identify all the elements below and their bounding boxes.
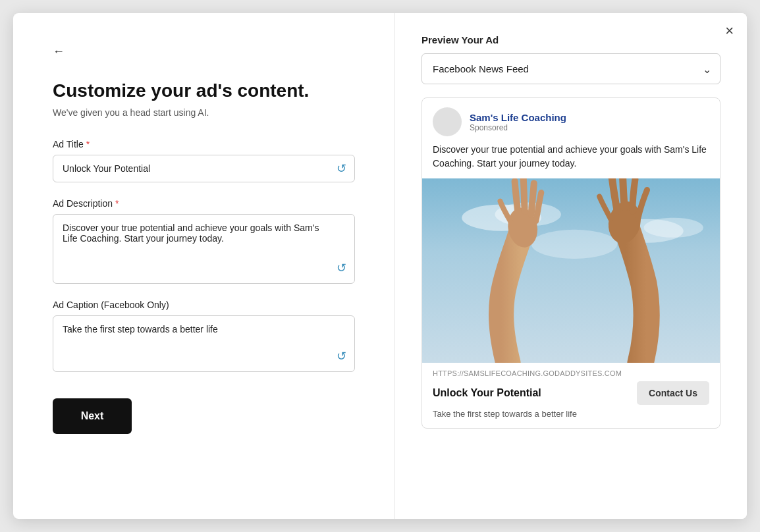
back-arrow-icon: ← (53, 45, 65, 59)
contact-us-button[interactable]: Contact Us (637, 381, 709, 405)
right-panel: × Preview Your Ad Facebook News FeedInst… (395, 13, 747, 519)
ad-title-label: Ad Title * (53, 139, 355, 149)
ad-brand-info: Sam's Life Coaching Sponsored (470, 112, 566, 132)
required-star-desc: * (115, 198, 119, 209)
ad-header: Sam's Life Coaching Sponsored (422, 98, 720, 143)
ad-title-input[interactable] (53, 155, 354, 182)
page-title: Customize your ad's content. (53, 80, 355, 102)
svg-point-4 (643, 218, 703, 238)
back-button[interactable]: ← (53, 45, 355, 59)
close-button[interactable]: × (725, 24, 734, 38)
svg-point-5 (531, 230, 618, 259)
ad-url: HTTPS://SAMSLIFECOACHING.GODADDYSITES.CO… (433, 369, 709, 377)
ad-description-input-wrapper: Discover your true potential and achieve… (53, 214, 355, 284)
ad-description-group: Ad Description * Discover your true pote… (53, 198, 355, 284)
page-subtitle: We've given you a head start using AI. (53, 107, 355, 118)
ad-title-input-wrapper: ↺ (53, 155, 355, 182)
refresh-caption-icon[interactable]: ↺ (337, 349, 346, 363)
refresh-title-icon[interactable]: ↺ (337, 161, 346, 176)
ad-caption-input-wrapper: Take the first step towards a better lif… (53, 315, 355, 372)
ad-caption-preview: Take the first step towards a better lif… (433, 409, 709, 419)
ad-preview-card: Sam's Life Coaching Sponsored Discover y… (421, 97, 720, 429)
preview-select[interactable]: Facebook News FeedInstagram FeedFacebook… (421, 53, 720, 84)
ad-description-label: Ad Description * (53, 198, 355, 209)
modal-container: ← Customize your ad's content. We've giv… (13, 13, 747, 519)
ad-title-group: Ad Title * ↺ (53, 139, 355, 182)
avatar (433, 107, 462, 136)
ad-description-preview: Discover your true potential and achieve… (422, 143, 720, 178)
ad-sponsored-label: Sponsored (470, 123, 566, 132)
refresh-description-icon[interactable]: ↺ (337, 261, 346, 275)
ad-caption-textarea[interactable]: Take the first step towards a better lif… (53, 316, 354, 369)
left-panel: ← Customize your ad's content. We've giv… (13, 13, 395, 519)
ad-description-textarea[interactable]: Discover your true potential and achieve… (53, 215, 354, 280)
preview-label: Preview Your Ad (421, 34, 720, 45)
ad-brand-name: Sam's Life Coaching (470, 112, 566, 123)
next-button[interactable]: Next (53, 398, 132, 434)
ad-caption-label: Ad Caption (Facebook Only) (53, 300, 355, 310)
required-star-title: * (86, 139, 90, 149)
preview-select-wrapper: Facebook News FeedInstagram FeedFacebook… (421, 53, 720, 84)
ad-image (422, 178, 720, 363)
ad-caption-group: Ad Caption (Facebook Only) Take the firs… (53, 300, 355, 372)
ad-footer: HTTPS://SAMSLIFECOACHING.GODADDYSITES.CO… (422, 363, 720, 428)
ad-cta-title: Unlock Your Potential (433, 387, 541, 399)
svg-rect-0 (422, 178, 720, 363)
ad-cta-row: Unlock Your Potential Contact Us (433, 381, 709, 405)
